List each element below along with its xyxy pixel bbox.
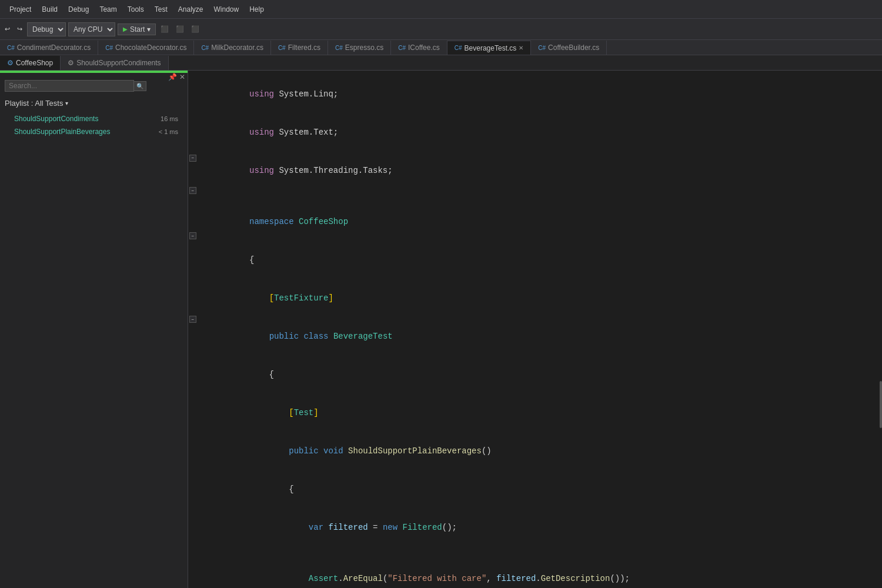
cs-file-icon: C# bbox=[538, 45, 546, 51]
play-icon: ▶ bbox=[123, 26, 128, 32]
code-line: [Test] bbox=[198, 394, 882, 432]
scrollbar-indicator[interactable] bbox=[880, 381, 882, 428]
cs-file-icon: C# bbox=[278, 45, 286, 51]
coffee-shop-icon: ⚙ bbox=[7, 59, 14, 67]
code-line: using System.Threading.Tasks; bbox=[198, 152, 882, 190]
method2-collapse-button[interactable]: − bbox=[189, 316, 196, 323]
playlist-dropdown-icon: ▾ bbox=[65, 100, 68, 106]
test-explorer-panel: 📌 ✕ 🔍 Playlist : All Tests ▾ ShouldSuppo… bbox=[0, 71, 188, 588]
step-out-button[interactable]: ⬛ bbox=[189, 24, 202, 34]
menu-debug[interactable]: Debug bbox=[64, 3, 93, 16]
code-line: public class BeverageTest bbox=[198, 318, 882, 356]
code-line: public void ShouldSupportPlainBeverages(… bbox=[198, 432, 882, 470]
redo-button[interactable]: ↪ bbox=[15, 24, 25, 34]
test-item-plain-beverages[interactable]: ShouldSupportPlainBeverages < 1 ms bbox=[0, 125, 188, 138]
tab-coffeeshop[interactable]: ⚙ CoffeeShop bbox=[0, 56, 61, 70]
class-collapse-button[interactable]: − bbox=[189, 187, 196, 194]
cs-file-icon: C# bbox=[201, 45, 209, 51]
test-name-condiments: ShouldSupportCondiments bbox=[14, 115, 161, 123]
collapse-markers: − − − − bbox=[188, 71, 198, 588]
code-line: namespace CoffeeShop bbox=[198, 203, 882, 241]
code-line: [TestFixture] bbox=[198, 279, 882, 318]
menu-build[interactable]: Build bbox=[37, 3, 62, 16]
test-icon: ⚙ bbox=[68, 59, 74, 67]
step-over-button[interactable]: ⬛ bbox=[158, 24, 171, 34]
tab-filtered[interactable]: C# Filtered.cs bbox=[271, 41, 328, 55]
pass-indicator bbox=[0, 71, 188, 73]
tab-chocolate-decorator[interactable]: C# ChocolateDecorator.cs bbox=[98, 41, 194, 55]
tab-icoffee[interactable]: C# ICoffee.cs bbox=[391, 41, 447, 55]
tab-milk-decorator[interactable]: C# MilkDecorator.cs bbox=[194, 41, 270, 55]
menu-bar: Project Build Debug Team Tools Test Anal… bbox=[0, 0, 882, 19]
playlist-text: Playlist : All Tests bbox=[5, 99, 63, 108]
code-line bbox=[198, 190, 882, 203]
playlist-label[interactable]: Playlist : All Tests ▾ bbox=[0, 94, 188, 110]
tab-bar-row2: ⚙ CoffeeShop ⚙ ShouldSupportCondiments bbox=[0, 55, 882, 71]
start-button[interactable]: ▶ Start ▾ bbox=[118, 24, 156, 35]
menu-project[interactable]: Project bbox=[5, 3, 36, 16]
menu-items: Project Build Debug Team Tools Test Anal… bbox=[5, 3, 269, 16]
cs-file-icon: C# bbox=[105, 45, 113, 51]
undo-button[interactable]: ↩ bbox=[2, 24, 12, 34]
test-name-plain: ShouldSupportPlainBeverages bbox=[14, 128, 159, 136]
code-line: var filtered = new Filtered(); bbox=[198, 509, 882, 547]
tab-beverage-test[interactable]: C# BeverageTest.cs ✕ bbox=[447, 41, 532, 55]
tab-should-support-condiments[interactable]: ⚙ ShouldSupportCondiments bbox=[61, 56, 168, 70]
cs-file-icon: C# bbox=[335, 45, 343, 51]
menu-analyze[interactable]: Analyze bbox=[173, 3, 208, 16]
tab-coffee-builder[interactable]: C# CoffeeBuilder.cs bbox=[531, 41, 607, 55]
code-line: using System.Text; bbox=[198, 113, 882, 152]
cs-file-icon: C# bbox=[7, 45, 15, 51]
tab-close-icon[interactable]: ✕ bbox=[519, 45, 523, 51]
test-time-condiments: 16 ms bbox=[161, 115, 178, 122]
cs-file-icon: C# bbox=[398, 45, 406, 51]
code-line: Assert.AreEqual("Filtered with care", fi… bbox=[198, 560, 882, 588]
step-into-button[interactable]: ⬛ bbox=[173, 24, 186, 34]
code-line: using System.Linq; bbox=[198, 75, 882, 113]
tab-espresso[interactable]: C# Espresso.cs bbox=[328, 41, 391, 55]
code-container: − − − − bbox=[188, 71, 882, 588]
tab-bar-row1: C# CondimentDecorator.cs C# ChocolateDec… bbox=[0, 40, 882, 55]
test-list: ShouldSupportCondiments 16 ms ShouldSupp… bbox=[0, 110, 188, 141]
tab-condiment-decorator[interactable]: C# CondimentDecorator.cs bbox=[0, 41, 98, 55]
menu-help[interactable]: Help bbox=[245, 3, 269, 16]
menu-window[interactable]: Window bbox=[209, 3, 244, 16]
code-line: { bbox=[198, 241, 882, 279]
config-select[interactable]: Debug bbox=[27, 22, 66, 36]
menu-test[interactable]: Test bbox=[150, 3, 172, 16]
code-line: { bbox=[198, 356, 882, 394]
test-time-plain: < 1 ms bbox=[159, 128, 178, 135]
cs-file-icon: C# bbox=[455, 45, 462, 51]
test-search-input[interactable] bbox=[5, 80, 134, 92]
code-lines: using System.Linq; using System.Text; us… bbox=[198, 71, 882, 588]
menu-team[interactable]: Team bbox=[95, 3, 121, 16]
test-item-condiments[interactable]: ShouldSupportCondiments 16 ms bbox=[0, 112, 188, 125]
menu-tools[interactable]: Tools bbox=[123, 3, 149, 16]
toolbar: ↩ ↪ Debug Any CPU ▶ Start ▾ ⬛ ⬛ ⬛ bbox=[0, 19, 882, 40]
code-line: { bbox=[198, 470, 882, 509]
close-panel-button[interactable]: ✕ bbox=[179, 73, 185, 81]
platform-select[interactable]: Any CPU bbox=[68, 22, 115, 36]
pin-button[interactable]: 📌 bbox=[168, 73, 177, 81]
code-line bbox=[198, 547, 882, 560]
panel-controls: 📌 ✕ bbox=[168, 73, 185, 81]
search-button[interactable]: 🔍 bbox=[134, 81, 146, 91]
main-layout: 📌 ✕ 🔍 Playlist : All Tests ▾ ShouldSuppo… bbox=[0, 71, 882, 588]
panel-search-area: 🔍 bbox=[0, 78, 188, 94]
code-editor[interactable]: − − − − bbox=[188, 71, 882, 588]
method1-collapse-button[interactable]: − bbox=[189, 232, 196, 239]
namespace-collapse-button[interactable]: − bbox=[189, 155, 196, 162]
